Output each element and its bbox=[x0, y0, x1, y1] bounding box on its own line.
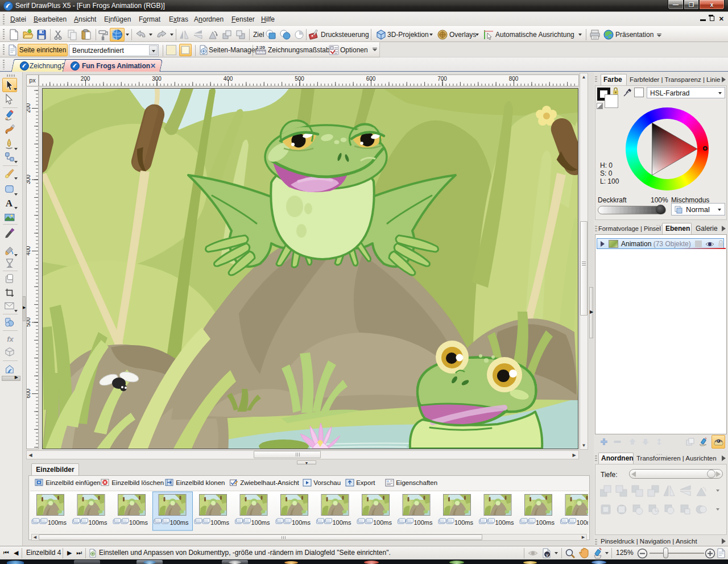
svg-text:300: 300 bbox=[152, 76, 162, 82]
svg-text:400: 400 bbox=[27, 246, 31, 255]
svg-text:500: 500 bbox=[295, 76, 304, 82]
svg-text:100ms: 100ms bbox=[210, 519, 230, 526]
svg-text:100ms: 100ms bbox=[292, 519, 311, 526]
svg-text:300: 300 bbox=[27, 175, 31, 184]
svg-text:100ms: 100ms bbox=[48, 519, 67, 526]
svg-text:A: A bbox=[6, 198, 13, 209]
svg-text:100ms: 100ms bbox=[373, 519, 392, 526]
svg-text:100ms: 100ms bbox=[414, 519, 433, 526]
svg-text:fx: fx bbox=[7, 335, 14, 343]
svg-text:100ms: 100ms bbox=[577, 519, 589, 526]
svg-text:200: 200 bbox=[27, 103, 31, 113]
svg-text:100ms: 100ms bbox=[129, 519, 148, 526]
svg-text:800: 800 bbox=[509, 76, 519, 82]
svg-text:100ms: 100ms bbox=[536, 519, 555, 526]
svg-text:100ms: 100ms bbox=[454, 519, 474, 526]
svg-text:400: 400 bbox=[224, 76, 233, 82]
svg-text:200: 200 bbox=[81, 76, 90, 82]
svg-text:600: 600 bbox=[366, 76, 376, 82]
svg-text:100ms: 100ms bbox=[170, 519, 189, 526]
svg-text:v: v bbox=[546, 552, 549, 558]
svg-text:100ms: 100ms bbox=[333, 519, 352, 526]
svg-text:1:20: 1:20 bbox=[256, 45, 266, 50]
svg-text:100ms: 100ms bbox=[89, 519, 108, 526]
svg-text:100ms: 100ms bbox=[251, 519, 271, 526]
svg-text:600: 600 bbox=[27, 388, 31, 398]
svg-text:100ms: 100ms bbox=[495, 519, 515, 526]
svg-text:500: 500 bbox=[27, 317, 31, 327]
svg-text:700: 700 bbox=[437, 76, 447, 82]
